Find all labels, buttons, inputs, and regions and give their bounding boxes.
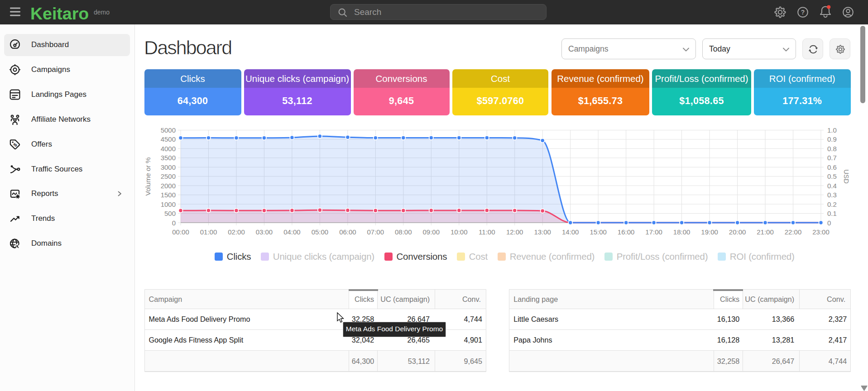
svg-text:13:00: 13:00: [534, 228, 551, 236]
svg-text:2500: 2500: [161, 172, 176, 180]
svg-text:USD: USD: [843, 169, 850, 184]
svg-text:08:00: 08:00: [395, 228, 412, 236]
svg-text:0.3: 0.3: [827, 191, 837, 199]
svg-text:06:00: 06:00: [339, 228, 356, 236]
svg-text:18:00: 18:00: [673, 228, 691, 236]
svg-text:3000: 3000: [161, 163, 176, 171]
svg-text:02:00: 02:00: [228, 228, 245, 236]
svg-text:22:00: 22:00: [785, 228, 802, 236]
svg-text:4000: 4000: [161, 145, 176, 153]
svg-text:05:00: 05:00: [312, 228, 329, 236]
svg-text:03:00: 03:00: [256, 228, 273, 236]
svg-text:5000: 5000: [161, 126, 176, 134]
svg-text:16:00: 16:00: [618, 228, 635, 236]
svg-text:0.1: 0.1: [827, 210, 837, 217]
svg-text:04:00: 04:00: [283, 228, 301, 236]
svg-text:17:00: 17:00: [645, 228, 662, 236]
svg-text:01:00: 01:00: [200, 228, 217, 236]
svg-text:0.5: 0.5: [827, 172, 837, 180]
svg-text:10:00: 10:00: [451, 228, 468, 236]
svg-text:0.7: 0.7: [827, 154, 837, 162]
svg-text:15:00: 15:00: [590, 228, 607, 236]
svg-text:0.8: 0.8: [827, 145, 837, 153]
svg-text:14:00: 14:00: [562, 228, 579, 236]
svg-text:0.4: 0.4: [827, 182, 837, 190]
svg-text:0.9: 0.9: [827, 135, 837, 143]
svg-text:4500: 4500: [161, 135, 176, 143]
svg-text:12:00: 12:00: [506, 228, 523, 236]
svg-text:23:00: 23:00: [812, 228, 830, 236]
svg-text:19:00: 19:00: [701, 228, 718, 236]
svg-text:500: 500: [164, 210, 176, 217]
svg-text:1000: 1000: [161, 200, 176, 208]
svg-text:07:00: 07:00: [367, 228, 384, 236]
svg-text:1.0: 1.0: [827, 126, 837, 134]
svg-text:3500: 3500: [161, 154, 176, 162]
svg-text:20:00: 20:00: [729, 228, 746, 236]
svg-text:21:00: 21:00: [757, 228, 774, 236]
svg-text:Volume or %: Volume or %: [144, 157, 152, 196]
svg-text:0.6: 0.6: [827, 163, 837, 171]
svg-text:1500: 1500: [161, 191, 176, 199]
svg-text:0: 0: [827, 219, 831, 227]
svg-text:0.2: 0.2: [827, 200, 837, 208]
svg-text:11:00: 11:00: [479, 228, 495, 236]
svg-text:00:00: 00:00: [172, 228, 189, 236]
svg-text:0: 0: [172, 219, 176, 227]
svg-text:2000: 2000: [161, 182, 176, 190]
svg-text:09:00: 09:00: [423, 228, 440, 236]
